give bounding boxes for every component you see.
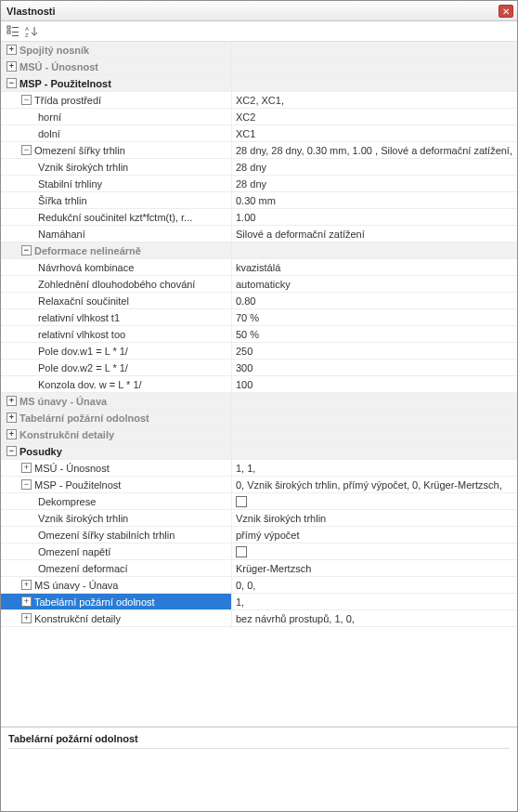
expand-icon[interactable]: +	[6, 396, 17, 406]
expand-icon[interactable]: +	[21, 613, 32, 623]
category-spojity-nosnik[interactable]: + Spojitý nosník	[1, 42, 517, 59]
prop-label: MSP - Použitelnost	[34, 479, 121, 491]
row-vznik-sirokych[interactable]: Vznik širokých trhlin 28 dny	[1, 159, 517, 176]
prop-value[interactable]: 50 %	[232, 326, 517, 342]
row-navrhova-komb[interactable]: Návrhová kombinace kvazistálá	[1, 259, 517, 276]
prop-value[interactable]: Vznik širokých trhlin	[232, 510, 517, 526]
description-caption: Tabelární požární odolnost	[8, 733, 510, 749]
prop-value[interactable]	[232, 493, 517, 509]
prop-value[interactable]: bez návrhů prostupů, 1, 0,	[232, 610, 517, 626]
row-omezeni-sirky[interactable]: − Omezení šířky trhlin 28 dny, 28 dny, 0…	[1, 142, 517, 159]
row-p-msp[interactable]: −MSP - Použitelnost 0, Vznik širokých tr…	[1, 477, 517, 493]
prop-label: Pole dov.w1 = L * 1/	[38, 346, 128, 357]
prop-value[interactable]: XC1	[232, 125, 517, 141]
prop-value[interactable]: 28 dny	[232, 159, 517, 175]
collapse-icon[interactable]: −	[21, 479, 32, 490]
row-zohledneni[interactable]: Zohlednění dlouhodobého chování automati…	[1, 276, 517, 293]
checkbox-icon[interactable]	[236, 546, 247, 557]
category-label: Deformace nelineárně	[34, 245, 141, 256]
prop-label: Tabelární požární odolnost	[34, 596, 155, 608]
row-redukcni[interactable]: Redukční součinitel kzt*fctm(t), r... 1.…	[1, 209, 517, 226]
titlebar: Vlastnosti ✕	[1, 1, 517, 21]
row-relax-souc[interactable]: Relaxační součinitel 0.80	[1, 293, 517, 309]
row-p-omez-sir[interactable]: Omezení šířky stabilních trhlin přímý vý…	[1, 527, 517, 544]
row-horni[interactable]: horní XC2	[1, 109, 517, 125]
prop-label: Šířka trhlin	[38, 195, 87, 206]
prop-value[interactable]: 28 dny, 28 dny, 0.30 mm, 1.00 , Silové a…	[232, 142, 517, 158]
categorized-button[interactable]	[5, 23, 21, 40]
prop-value[interactable]: 0.80	[232, 293, 517, 308]
collapse-icon[interactable]: −	[6, 446, 17, 456]
svg-rect-1	[7, 31, 10, 33]
prop-value[interactable]: 1.00	[232, 209, 517, 225]
prop-label: Vznik širokých trhlin	[38, 162, 128, 173]
row-p-msu[interactable]: +MSÚ - Únosnost 1, 1,	[1, 460, 517, 477]
expand-icon[interactable]: +	[21, 580, 32, 590]
prop-value[interactable]: 0, Vznik širokých trhlin, přímý výpočet,…	[232, 477, 517, 492]
prop-value[interactable]: 100	[232, 376, 517, 392]
property-grid[interactable]: + Spojitý nosník + MSÚ - Únosnost − MSP …	[1, 42, 517, 727]
prop-value[interactable]: XC2	[232, 109, 517, 124]
prop-value[interactable]: přímý výpočet	[232, 527, 517, 543]
category-ms-unavy[interactable]: +MS únavy - Únava	[1, 393, 517, 410]
row-trida-prostredi[interactable]: − Třída prostředí XC2, XC1,	[1, 92, 517, 109]
category-konstr-detaily[interactable]: +Konstrukční detaily	[1, 426, 517, 443]
expand-icon[interactable]: +	[6, 413, 17, 423]
prop-label: Omezení deformací	[38, 563, 128, 574]
svg-rect-0	[7, 26, 10, 29]
row-p-omez-def[interactable]: Omezení deformací Krüger-Mertzsch	[1, 560, 517, 577]
row-p-tab-poz[interactable]: +Tabelární požární odolnost 1,	[1, 594, 517, 610]
row-konzola-w[interactable]: Konzola dov. w = L * 1/ 100	[1, 376, 517, 393]
row-pole-w1[interactable]: Pole dov.w1 = L * 1/ 250	[1, 343, 517, 360]
prop-value[interactable]: 0, 0,	[232, 577, 517, 593]
close-button[interactable]: ✕	[499, 5, 513, 18]
row-rel-vlh-too[interactable]: relativní vlhkost too 50 %	[1, 326, 517, 343]
row-p-konstr-det[interactable]: +Konstrukční detaily bez návrhů prostupů…	[1, 610, 517, 627]
expand-icon[interactable]: +	[6, 45, 17, 55]
category-msp-pouzitelnost[interactable]: − MSP - Použitelnost	[1, 75, 517, 92]
prop-value[interactable]: XC2, XC1,	[232, 92, 517, 108]
category-msu-unosnost[interactable]: + MSÚ - Únosnost	[1, 59, 517, 75]
category-tab-pozarni[interactable]: +Tabelární požární odolnost	[1, 410, 517, 426]
row-p-omez-nap[interactable]: Omezení napětí	[1, 544, 517, 560]
row-pole-w2[interactable]: Pole dov.w2 = L * 1/ 300	[1, 360, 517, 376]
prop-value[interactable]: Krüger-Mertzsch	[232, 560, 517, 576]
collapse-icon[interactable]: −	[21, 145, 32, 155]
prop-value[interactable]: automaticky	[232, 276, 517, 292]
prop-value[interactable]: 300	[232, 360, 517, 375]
category-deformace-nl[interactable]: − Deformace nelineárně	[1, 242, 517, 259]
expand-icon[interactable]: +	[21, 596, 32, 607]
prop-value[interactable]: 1,	[232, 594, 517, 609]
prop-value[interactable]: 250	[232, 343, 517, 359]
prop-value[interactable]	[232, 544, 517, 559]
prop-value[interactable]: Silové a deformační zatížení	[232, 226, 517, 242]
collapse-icon[interactable]: −	[21, 245, 32, 255]
expand-icon[interactable]: +	[21, 463, 32, 473]
collapse-icon[interactable]: −	[6, 78, 17, 88]
category-posudky[interactable]: −Posudky	[1, 443, 517, 460]
row-p-dekomprese[interactable]: Dekomprese	[1, 493, 517, 510]
prop-label: Omezení šířky trhlin	[34, 145, 125, 156]
row-dolni[interactable]: dolní XC1	[1, 125, 517, 142]
expand-icon[interactable]: +	[6, 429, 17, 439]
description-panel: Tabelární požární odolnost	[1, 727, 517, 811]
row-rel-vlh-t1[interactable]: relativní vlhkost t1 70 %	[1, 309, 517, 326]
prop-value[interactable]: 70 %	[232, 309, 517, 325]
prop-value[interactable]: 1, 1,	[232, 460, 517, 476]
prop-label: relativní vlhkost too	[38, 329, 125, 340]
prop-value[interactable]: 0.30 mm	[232, 192, 517, 208]
prop-label: dolní	[38, 128, 60, 139]
row-p-vznik[interactable]: Vznik širokých trhlin Vznik širokých trh…	[1, 510, 517, 527]
row-p-ms-unavy[interactable]: +MS únavy - Únava 0, 0,	[1, 577, 517, 594]
collapse-icon[interactable]: −	[21, 95, 32, 105]
expand-icon[interactable]: +	[6, 61, 17, 72]
prop-label: Konstrukční detaily	[34, 613, 121, 624]
row-stabilni-trhliny[interactable]: Stabilní trhliny 28 dny	[1, 176, 517, 192]
prop-value[interactable]: kvazistálá	[232, 259, 517, 275]
row-namahani[interactable]: Namáhaní Silové a deformační zatížení	[1, 226, 517, 242]
sort-button[interactable]: A Z	[23, 23, 40, 40]
prop-value[interactable]: 28 dny	[232, 176, 517, 191]
row-sirka-trhlin[interactable]: Šířka trhlin 0.30 mm	[1, 192, 517, 209]
prop-label: Návrhová kombinace	[38, 262, 134, 273]
checkbox-icon[interactable]	[236, 496, 247, 507]
